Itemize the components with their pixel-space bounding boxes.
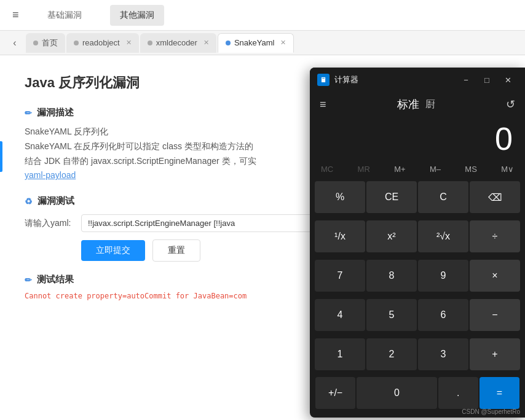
mem-mminus-button[interactable]: M– (425, 162, 446, 176)
calc-buttons-row4: 4 5 6 − (310, 297, 525, 336)
calc-buttons-row1: % CE C ⌫ (310, 179, 525, 218)
calc-ce-button[interactable]: CE (366, 181, 417, 213)
calc-9-button[interactable]: 9 (418, 260, 468, 292)
submit-button[interactable]: 立即提交 (81, 240, 145, 261)
tab-home[interactable]: 首页 (26, 33, 65, 53)
calc-mode-label: 标准 (397, 97, 419, 112)
tab-xmldecoder-dot (148, 41, 152, 45)
calc-sqrt-button[interactable]: ²√x (418, 220, 468, 252)
calc-plus-button[interactable]: + (470, 338, 520, 370)
calc-mode-sub: 㕑 (425, 98, 435, 111)
calc-close-button[interactable]: ✕ (498, 71, 518, 88)
tab-bar: ‹ 首页 readobject ✕ xmldecoder ✕ SnakeYaml… (0, 31, 525, 55)
calc-2-button[interactable]: 2 (366, 338, 417, 370)
test-icon: ♻ (25, 196, 33, 206)
tab-xmldecoder-label: xmldecoder (156, 38, 197, 47)
calc-reciprocal-button[interactable]: ¹/x (315, 220, 365, 252)
calc-memory-bar: MC MR M+ M– MS M∨ (310, 160, 525, 179)
nav-item-basic[interactable]: 基础漏洞 (38, 5, 92, 26)
calc-equals-button[interactable]: = (480, 377, 519, 409)
section-result-title: 测试结果 (37, 274, 74, 286)
calc-win-buttons: − □ ✕ (456, 71, 518, 88)
tab-home-dot (33, 41, 38, 45)
calc-4-button[interactable]: 4 (315, 299, 365, 331)
tab-xmldecoder[interactable]: xmldecoder ✕ (140, 33, 216, 53)
mem-mplus-button[interactable]: M+ (389, 162, 410, 176)
tab-readobject-close[interactable]: ✕ (126, 39, 132, 47)
tab-back-button[interactable]: ‹ (5, 33, 25, 53)
calc-percent-button[interactable]: % (315, 181, 365, 213)
calc-buttons-row2: ¹/x x² ²√x ÷ (310, 218, 525, 257)
calc-mode-area: 标准 㕑 (397, 97, 435, 112)
browser-container: ≡ 基础漏洞 其他漏洞 ‹ 首页 readobject ✕ xmldecoder… (0, 0, 525, 420)
calc-c-button[interactable]: C (418, 181, 468, 213)
calc-decimal-button[interactable]: . (438, 377, 478, 409)
calc-3-button[interactable]: 3 (418, 338, 468, 370)
calc-minimize-button[interactable]: − (456, 71, 476, 88)
tab-snakeyaml-dot (226, 41, 231, 45)
form-label: 请输入yaml: (25, 218, 74, 229)
calc-1-button[interactable]: 1 (315, 338, 365, 370)
calc-maximize-button[interactable]: □ (477, 71, 497, 88)
calc-display: 0 (310, 114, 525, 160)
calc-logo: 🖩 (317, 74, 330, 86)
mem-ms-button[interactable]: MS (460, 162, 482, 176)
section-test-title: 漏洞测试 (38, 195, 74, 207)
calc-buttons-row5: 1 2 3 + (310, 336, 525, 375)
tab-readobject[interactable]: readobject ✕ (66, 33, 139, 53)
calc-header: ≡ 标准 㕑 ↺ (310, 92, 525, 114)
mem-mc-button[interactable]: MC (316, 162, 338, 176)
calc-0-button[interactable]: 0 (357, 377, 436, 409)
calc-history-button[interactable]: ↺ (506, 98, 515, 111)
mem-mr-button[interactable]: MR (353, 162, 375, 176)
calc-display-value: 0 (495, 120, 513, 157)
result-icon: ✏ (25, 275, 32, 285)
calculator-window: 🖩 计算器 − □ ✕ ≡ 标准 㕑 ↺ 0 MC MR M+ (310, 68, 525, 418)
tab-snakeyaml-close[interactable]: ✕ (280, 39, 286, 47)
calc-title-text: 计算器 (334, 74, 358, 85)
calc-buttons-row3: 7 8 9 × (310, 257, 525, 297)
watermark-text: CSDN @SuperhetRo (462, 408, 520, 415)
calc-8-button[interactable]: 8 (366, 260, 417, 292)
left-indicator (0, 141, 2, 172)
mem-mv-button[interactable]: M∨ (496, 162, 519, 176)
calc-titlebar: 🖩 计算器 − □ ✕ (310, 68, 525, 92)
tab-xmldecoder-close[interactable]: ✕ (203, 39, 209, 47)
menu-icon[interactable]: ≡ (12, 9, 19, 21)
calc-bottom-row: +/− 0 . = (310, 375, 525, 413)
tab-readobject-dot (74, 41, 79, 45)
tab-readobject-label: readobject (82, 38, 120, 47)
calc-5-button[interactable]: 5 (366, 299, 417, 331)
top-nav: ≡ 基础漏洞 其他漏洞 (0, 0, 525, 31)
calc-menu-icon[interactable]: ≡ (320, 98, 326, 111)
tab-home-label: 首页 (42, 37, 58, 49)
calc-divide-button[interactable]: ÷ (470, 220, 520, 252)
desc-icon: ✏ (25, 108, 32, 118)
yaml-payload-link[interactable]: yaml-payload (25, 170, 76, 180)
calc-negate-button[interactable]: +/− (315, 377, 355, 409)
section-desc-title: 漏洞描述 (37, 107, 74, 119)
calc-6-button[interactable]: 6 (418, 299, 468, 331)
nav-item-other[interactable]: 其他漏洞 (110, 5, 164, 26)
calc-title-left: 🖩 计算器 (317, 74, 358, 86)
calc-7-button[interactable]: 7 (315, 260, 365, 292)
tab-snakeyaml[interactable]: SnakeYaml ✕ (218, 33, 294, 53)
reset-button[interactable]: 重置 (152, 239, 200, 262)
tab-snakeyaml-label: SnakeYaml (234, 38, 275, 47)
calc-backspace-button[interactable]: ⌫ (470, 181, 520, 213)
calc-multiply-button[interactable]: × (470, 260, 520, 292)
calc-minus-button[interactable]: − (470, 299, 520, 331)
calc-square-button[interactable]: x² (366, 220, 417, 252)
